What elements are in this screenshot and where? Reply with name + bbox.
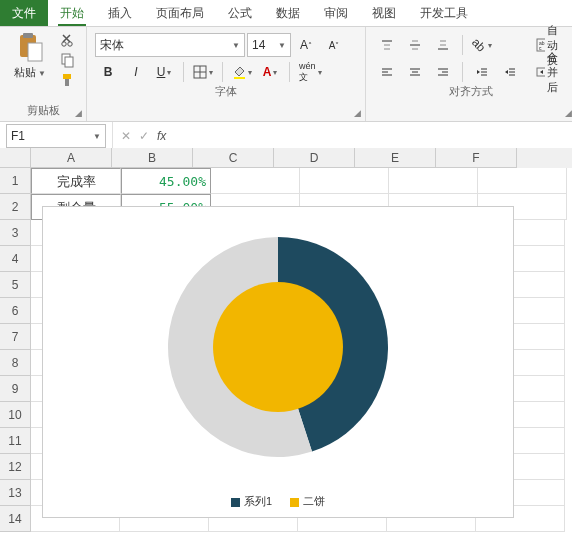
separator (183, 62, 184, 82)
svg-point-41 (213, 282, 343, 412)
bucket-icon (232, 65, 246, 79)
row-header-6[interactable]: 6 (0, 298, 31, 324)
svg-rect-7 (63, 74, 71, 79)
paste-icon (16, 31, 44, 65)
menu-insert[interactable]: 插入 (96, 0, 144, 26)
group-label-alignment: 对齐方式 (374, 84, 568, 102)
row-header-5[interactable]: 5 (0, 272, 31, 298)
row-header-2[interactable]: 2 (0, 194, 31, 220)
group-label-clipboard: 剪贴板 (8, 103, 78, 121)
chart-object[interactable]: 系列1 二饼 (42, 206, 514, 518)
row-header-12[interactable]: 12 (0, 454, 31, 480)
col-header-F[interactable]: F (436, 148, 517, 168)
align-top-button[interactable] (374, 33, 400, 57)
svg-rect-8 (65, 79, 69, 86)
wrap-icon: abc (536, 38, 545, 52)
group-clipboard: 粘贴▼ 剪贴板 ◢ (0, 27, 87, 121)
align-middle-button[interactable] (402, 33, 428, 57)
menu-home[interactable]: 开始 (48, 0, 96, 26)
cell-C1[interactable] (211, 168, 300, 194)
chart-legend: 系列1 二饼 (43, 494, 513, 509)
decrease-indent-button[interactable] (469, 60, 495, 84)
fx-button[interactable]: fx (157, 129, 166, 143)
cancel-formula-button[interactable]: ✕ (121, 129, 131, 143)
row-header-3[interactable]: 3 (0, 220, 31, 246)
cut-button[interactable] (58, 31, 78, 49)
italic-button[interactable]: I (123, 60, 149, 84)
merge-icon (536, 65, 545, 79)
row-header-4[interactable]: 4 (0, 246, 31, 272)
paste-button[interactable]: 粘贴▼ (8, 31, 52, 80)
group-font: 宋体▼ 14▼ A˄ A˅ B I U▾ ▾ ▾ A▾ wén文▾ 字体 ◢ (87, 27, 366, 121)
menu-data[interactable]: 数据 (264, 0, 312, 26)
cell-B1[interactable]: 45.00% (121, 168, 211, 194)
col-header-E[interactable]: E (355, 148, 436, 168)
menu-review[interactable]: 审阅 (312, 0, 360, 26)
align-center-button[interactable] (402, 60, 428, 84)
cell-F1[interactable] (478, 168, 567, 194)
border-icon (193, 65, 207, 79)
menu-dev[interactable]: 开发工具 (408, 0, 480, 26)
row-header-1[interactable]: 1 (0, 168, 31, 194)
copy-button[interactable] (58, 51, 78, 69)
accept-formula-button[interactable]: ✓ (139, 129, 149, 143)
merge-button[interactable]: 合并后 (533, 60, 568, 84)
increase-font-button[interactable]: A˄ (293, 33, 319, 57)
font-size-combo[interactable]: 14▼ (247, 33, 291, 57)
pie-chart (43, 207, 513, 487)
copy-icon (60, 52, 76, 68)
formula-input[interactable] (174, 125, 572, 147)
align-right-button[interactable] (430, 60, 456, 84)
bold-button[interactable]: B (95, 60, 121, 84)
separator (289, 62, 290, 82)
separator (462, 35, 463, 55)
menu-view[interactable]: 视图 (360, 0, 408, 26)
align-bottom-button[interactable] (430, 33, 456, 57)
font-launcher[interactable]: ◢ (351, 107, 363, 119)
row-header-8[interactable]: 8 (0, 350, 31, 376)
decrease-font-button[interactable]: A˅ (321, 33, 347, 57)
border-button[interactable]: ▾ (190, 60, 216, 84)
group-label-font: 字体 (95, 84, 357, 102)
formula-bar: F1▼ ✕ ✓ fx (0, 122, 572, 151)
cut-icon (60, 32, 76, 48)
increase-indent-button[interactable] (497, 60, 523, 84)
underline-button[interactable]: U▾ (151, 60, 177, 84)
clipboard-launcher[interactable]: ◢ (72, 107, 84, 119)
name-box[interactable]: F1▼ (6, 124, 106, 148)
row-header-14[interactable]: 14 (0, 506, 31, 532)
font-color-button[interactable]: A▾ (257, 60, 283, 84)
svg-point-4 (68, 42, 72, 46)
orientation-button[interactable]: ab▾ (469, 33, 495, 57)
col-header-D[interactable]: D (274, 148, 355, 168)
brush-icon (60, 72, 76, 88)
menu-file[interactable]: 文件 (0, 0, 48, 26)
legend-item-1: 系列1 (231, 494, 272, 509)
menu-formula[interactable]: 公式 (216, 0, 264, 26)
font-name-combo[interactable]: 宋体▼ (95, 33, 245, 57)
phonetic-button[interactable]: wén文▾ (296, 60, 325, 84)
svg-point-3 (62, 42, 66, 46)
row-header-11[interactable]: 11 (0, 428, 31, 454)
worksheet[interactable]: A B C D E F 1完成率45.00%2剩余量55.00%34567891… (0, 148, 572, 549)
svg-rect-1 (23, 33, 33, 38)
separator (222, 62, 223, 82)
align-left-button[interactable] (374, 60, 400, 84)
group-alignment: ab▾ abc 自动换 合并后 (366, 27, 572, 121)
row-header-7[interactable]: 7 (0, 324, 31, 350)
col-header-C[interactable]: C (193, 148, 274, 168)
cell-E1[interactable] (389, 168, 478, 194)
select-all-corner[interactable] (0, 148, 31, 168)
alignment-launcher[interactable]: ◢ (562, 107, 572, 119)
menu-page-layout[interactable]: 页面布局 (144, 0, 216, 26)
format-painter-button[interactable] (58, 71, 78, 89)
row-header-10[interactable]: 10 (0, 402, 31, 428)
cell-A1[interactable]: 完成率 (31, 168, 121, 194)
col-header-A[interactable]: A (31, 148, 112, 168)
svg-rect-12 (234, 77, 245, 79)
col-header-B[interactable]: B (112, 148, 193, 168)
row-header-13[interactable]: 13 (0, 480, 31, 506)
fill-color-button[interactable]: ▾ (229, 60, 255, 84)
cell-D1[interactable] (300, 168, 389, 194)
row-header-9[interactable]: 9 (0, 376, 31, 402)
